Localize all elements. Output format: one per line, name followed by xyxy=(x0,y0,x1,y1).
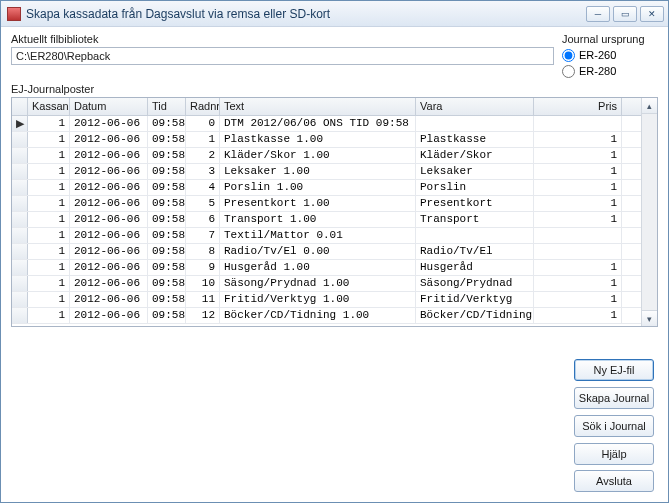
cell-radnr: 7 xyxy=(186,228,220,243)
row-selector[interactable] xyxy=(12,180,28,195)
journal-source-group: Journal ursprung ER-260 ER-280 xyxy=(562,33,658,79)
row-selector[interactable] xyxy=(12,260,28,275)
cell-vara: Transport xyxy=(416,212,534,227)
cell-datum: 2012-06-06 xyxy=(70,260,148,275)
cell-pris: 1 xyxy=(534,212,622,227)
cell-tid: 09:58 xyxy=(148,308,186,323)
window-title: Skapa kassadata från Dagsavslut via rems… xyxy=(26,7,586,21)
col-tid[interactable]: Tid xyxy=(148,98,186,115)
cell-vara: Husgeråd xyxy=(416,260,534,275)
minimize-button[interactable]: ─ xyxy=(586,6,610,22)
radio-er260-label: ER-260 xyxy=(579,49,616,61)
table-row[interactable]: 12012-06-0609:581Plastkasse 1.00Plastkas… xyxy=(12,132,641,148)
cell-vara: Plastkasse xyxy=(416,132,534,147)
radio-er280-label: ER-280 xyxy=(579,65,616,77)
cell-pris: 1 xyxy=(534,260,622,275)
cell-pris xyxy=(534,228,622,243)
cell-radnr: 0 xyxy=(186,116,220,131)
table-row[interactable]: 12012-06-0609:5810Säsong/Prydnad 1.00Säs… xyxy=(12,276,641,292)
table-row[interactable]: 12012-06-0609:582Kläder/Skor 1.00Kläder/… xyxy=(12,148,641,164)
row-selector[interactable] xyxy=(12,292,28,307)
help-button[interactable]: Hjälp xyxy=(574,443,654,465)
col-pris[interactable]: Pris xyxy=(534,98,622,115)
cell-pris: 1 xyxy=(534,292,622,307)
col-radnr[interactable]: Radnr xyxy=(186,98,220,115)
cell-datum: 2012-06-06 xyxy=(70,276,148,291)
cell-tid: 09:58 xyxy=(148,132,186,147)
row-selector[interactable]: ▶ xyxy=(12,116,28,131)
path-input[interactable] xyxy=(11,47,554,65)
cell-radnr: 2 xyxy=(186,148,220,163)
cell-radnr: 10 xyxy=(186,276,220,291)
cell-radnr: 9 xyxy=(186,260,220,275)
table-row[interactable]: 12012-06-0609:589Husgeråd 1.00Husgeråd1 xyxy=(12,260,641,276)
cell-datum: 2012-06-06 xyxy=(70,132,148,147)
table-row[interactable]: 12012-06-0609:588Radio/Tv/El 0.00Radio/T… xyxy=(12,244,641,260)
table-row[interactable]: 12012-06-0609:584Porslin 1.00Porslin1 xyxy=(12,180,641,196)
titlebar: Skapa kassadata från Dagsavslut via rems… xyxy=(1,1,668,27)
cell-tid: 09:58 xyxy=(148,164,186,179)
table-row[interactable]: 12012-06-0609:587Textil/Mattor 0.01 xyxy=(12,228,641,244)
cell-kassanr: 1 xyxy=(28,292,70,307)
row-selector[interactable] xyxy=(12,308,28,323)
cell-tid: 09:58 xyxy=(148,292,186,307)
cell-kassanr: 1 xyxy=(28,164,70,179)
cell-text: Kläder/Skor 1.00 xyxy=(220,148,416,163)
table-row[interactable]: 12012-06-0609:586Transport 1.00Transport… xyxy=(12,212,641,228)
cell-pris: 1 xyxy=(534,196,622,211)
cell-vara: Radio/Tv/El xyxy=(416,244,534,259)
cell-text: Fritid/Verktyg 1.00 xyxy=(220,292,416,307)
cell-tid: 09:58 xyxy=(148,148,186,163)
cell-vara: Kläder/Skor xyxy=(416,148,534,163)
row-selector[interactable] xyxy=(12,164,28,179)
grid-title: EJ-Journalposter xyxy=(11,83,658,95)
cell-radnr: 1 xyxy=(186,132,220,147)
cell-pris xyxy=(534,116,622,131)
row-selector[interactable] xyxy=(12,132,28,147)
app-icon xyxy=(7,7,21,21)
cell-radnr: 11 xyxy=(186,292,220,307)
cell-kassanr: 1 xyxy=(28,228,70,243)
cell-pris: 1 xyxy=(534,148,622,163)
cell-tid: 09:58 xyxy=(148,180,186,195)
create-journal-button[interactable]: Skapa Journal xyxy=(574,387,654,409)
row-selector[interactable] xyxy=(12,212,28,227)
row-selector[interactable] xyxy=(12,228,28,243)
col-text[interactable]: Text xyxy=(220,98,416,115)
col-datum[interactable]: Datum xyxy=(70,98,148,115)
col-vara[interactable]: Vara xyxy=(416,98,534,115)
vertical-scrollbar[interactable]: ▴ ▾ xyxy=(641,98,657,326)
cell-datum: 2012-06-06 xyxy=(70,148,148,163)
row-selector[interactable] xyxy=(12,244,28,259)
cell-text: Leksaker 1.00 xyxy=(220,164,416,179)
new-ej-file-button[interactable]: Ny EJ-fil xyxy=(574,359,654,381)
table-row[interactable]: 12012-06-0609:585Presentkort 1.00Present… xyxy=(12,196,641,212)
row-selector[interactable] xyxy=(12,196,28,211)
radio-er260[interactable] xyxy=(562,49,575,62)
cell-datum: 2012-06-06 xyxy=(70,196,148,211)
radio-er280[interactable] xyxy=(562,65,575,78)
cell-kassanr: 1 xyxy=(28,308,70,323)
search-journal-button[interactable]: Sök i Journal xyxy=(574,415,654,437)
table-row[interactable]: ▶12012-06-0609:580DTM 2012/06/06 ONS TID… xyxy=(12,116,641,132)
close-window-button[interactable]: ✕ xyxy=(640,6,664,22)
table-row[interactable]: 12012-06-0609:5812Böcker/CD/Tidning 1.00… xyxy=(12,308,641,324)
close-button[interactable]: Avsluta xyxy=(574,470,654,492)
table-row[interactable]: 12012-06-0609:5811Fritid/Verktyg 1.00Fri… xyxy=(12,292,641,308)
cell-datum: 2012-06-06 xyxy=(70,308,148,323)
cell-kassanr: 1 xyxy=(28,196,70,211)
maximize-button[interactable]: ▭ xyxy=(613,6,637,22)
cell-kassanr: 1 xyxy=(28,244,70,259)
row-selector[interactable] xyxy=(12,276,28,291)
scroll-up-icon[interactable]: ▴ xyxy=(642,98,657,114)
cell-kassanr: 1 xyxy=(28,116,70,131)
cell-radnr: 3 xyxy=(186,164,220,179)
scroll-down-icon[interactable]: ▾ xyxy=(642,310,657,326)
col-kassanr[interactable]: Kassanr xyxy=(28,98,70,115)
cell-datum: 2012-06-06 xyxy=(70,292,148,307)
row-selector[interactable] xyxy=(12,148,28,163)
cell-tid: 09:58 xyxy=(148,228,186,243)
cell-text: Plastkasse 1.00 xyxy=(220,132,416,147)
grid: Kassanr Datum Tid Radnr Text Vara Pris ▶… xyxy=(11,97,658,327)
table-row[interactable]: 12012-06-0609:583Leksaker 1.00Leksaker1 xyxy=(12,164,641,180)
